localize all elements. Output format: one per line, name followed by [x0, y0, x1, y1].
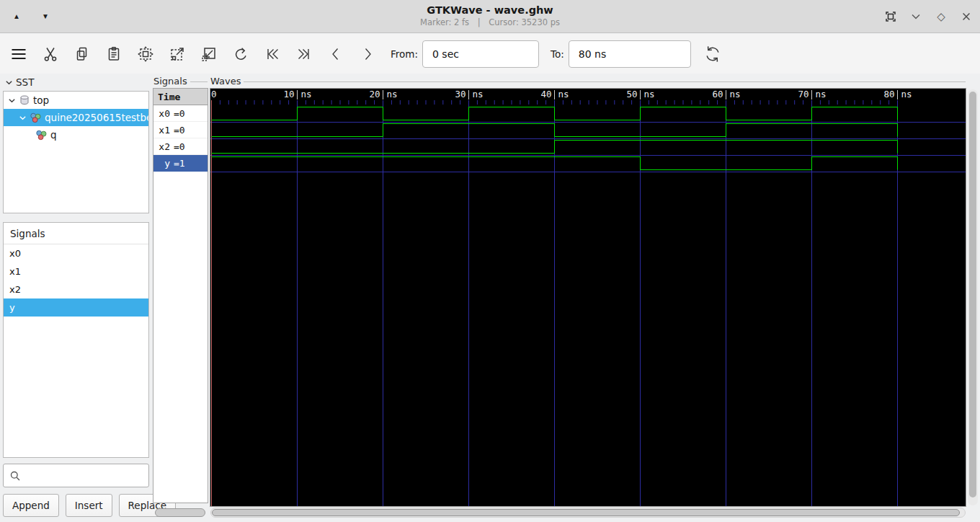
maximize-window-button[interactable]: ◇ — [932, 7, 950, 26]
from-time-input[interactable] — [422, 40, 539, 68]
svg-text:20: 20 — [369, 89, 380, 99]
fit-window-button[interactable] — [881, 7, 900, 26]
window-title: GTKWave - wave.ghw — [0, 4, 980, 16]
waveform-canvas[interactable]: 10ns20ns30ns40ns50ns60ns70ns80ns0 — [210, 88, 966, 507]
trace-name-x0[interactable]: x0 =0 — [153, 105, 208, 122]
design-root-icon — [19, 94, 30, 106]
zoom-out-arrow-icon — [169, 45, 186, 63]
tree-row-testbench[interactable]: quine20250615testbench — [4, 109, 148, 126]
append-button[interactable]: Append — [3, 494, 59, 517]
trace-name-x2[interactable]: x2 =0 — [153, 138, 208, 155]
skip-to-end-icon — [295, 45, 313, 63]
menu-button[interactable] — [7, 43, 30, 66]
signal-list-item-x1[interactable]: x1 — [4, 262, 148, 280]
sst-collapse-icon — [4, 78, 14, 87]
undo-button[interactable] — [229, 43, 252, 66]
zoom-out-full-button[interactable] — [166, 43, 189, 66]
svg-text:ns: ns — [387, 89, 398, 99]
waves-horizontal-scrollbar[interactable] — [210, 508, 966, 518]
signal-list-item-x0[interactable]: x0 — [4, 244, 148, 262]
cursor-status: Cursor: 35230 ps — [489, 17, 560, 27]
to-label: To: — [551, 48, 564, 60]
zoom-in-arrow-icon — [200, 45, 218, 63]
svg-text:0: 0 — [211, 89, 217, 99]
frame-line — [190, 81, 208, 82]
module-icon — [30, 112, 42, 124]
svg-text:10: 10 — [283, 89, 294, 99]
signals-frame-text: Signals — [153, 76, 187, 87]
chevron-down-icon — [909, 10, 922, 23]
fit-window-icon — [884, 10, 897, 23]
signal-list-item-y[interactable]: y — [4, 298, 148, 317]
signal-list-item-x2[interactable]: x2 — [4, 280, 148, 298]
signals-list-header: Signals — [4, 223, 148, 244]
signal-filter-box[interactable] — [3, 464, 149, 487]
tree-label: top — [33, 94, 49, 106]
trace-value-text: =0 — [174, 125, 185, 136]
svg-text:ns: ns — [901, 89, 912, 99]
svg-text:50: 50 — [626, 89, 637, 99]
step-left-button[interactable] — [324, 43, 347, 66]
search-icon — [9, 470, 21, 482]
action-buttons: Append Insert Replace — [3, 494, 149, 517]
zoom-fit-button[interactable] — [134, 43, 157, 66]
svg-text:40: 40 — [540, 89, 551, 99]
scrollbar-thumb[interactable] — [212, 509, 960, 516]
go-to-end-button[interactable] — [293, 43, 316, 66]
trace-name-x1[interactable]: x1 =0 — [153, 122, 208, 138]
zoom-fit-icon — [137, 45, 154, 63]
go-to-start-button[interactable] — [261, 43, 284, 66]
scrollbar-thumb[interactable] — [155, 508, 205, 517]
insert-button[interactable]: Insert — [66, 494, 112, 517]
copy-button[interactable] — [71, 43, 94, 66]
svg-text:ns: ns — [301, 89, 312, 99]
close-window-button[interactable] — [957, 7, 976, 26]
paste-button[interactable] — [102, 43, 125, 66]
window-subtitle: Marker: 2 fs | Cursor: 35230 ps — [0, 17, 980, 27]
time-column-header: Time — [153, 89, 208, 105]
trace-name-y[interactable]: y =1 — [153, 155, 208, 172]
titlebar: ▲ ▼ GTKWave - wave.ghw Marker: 2 fs | Cu… — [0, 0, 980, 33]
svg-text:ns: ns — [558, 89, 569, 99]
expander-icon[interactable] — [7, 96, 17, 105]
clipboard-paste-icon — [105, 45, 122, 63]
waves-frame-text: Waves — [210, 76, 241, 87]
gtkwave-window: ▲ ▼ GTKWave - wave.ghw Marker: 2 fs | Cu… — [0, 0, 980, 522]
zoom-in-selection-button[interactable] — [197, 43, 220, 66]
cut-button[interactable] — [39, 43, 62, 66]
svg-text:30: 30 — [455, 89, 466, 99]
tree-row-top[interactable]: top — [4, 92, 148, 109]
trace-value-text: =0 — [174, 141, 185, 152]
to-time-input[interactable] — [569, 40, 691, 68]
svg-text:70: 70 — [798, 89, 808, 99]
trace-name-text: x0 — [157, 108, 170, 119]
main-area: SST top quine20250615testbench — [0, 74, 980, 522]
waves-vertical-scrollbar[interactable] — [968, 89, 978, 505]
diamond-icon: ◇ — [937, 10, 945, 23]
window-controls: ◇ — [881, 7, 976, 26]
svg-text:ns: ns — [730, 89, 741, 99]
svg-text:ns: ns — [816, 89, 827, 99]
step-right-button[interactable] — [356, 43, 379, 66]
close-icon — [961, 11, 972, 22]
expander-icon[interactable] — [18, 113, 27, 123]
sst-header[interactable]: SST — [4, 75, 34, 89]
shade-window-button[interactable] — [906, 7, 925, 26]
trace-name-text: x1 — [157, 125, 170, 136]
signal-filter-input[interactable] — [25, 470, 148, 481]
trace-name-text: y — [157, 158, 170, 169]
status-separator: | — [478, 17, 481, 27]
svg-text:ns: ns — [644, 89, 655, 99]
sst-header-label: SST — [16, 76, 34, 88]
names-horizontal-scrollbar[interactable] — [153, 508, 207, 518]
tree-row-q[interactable]: q — [4, 126, 148, 143]
chevron-left-icon — [327, 45, 344, 63]
trace-name-text: x2 — [157, 141, 170, 152]
chevron-right-icon — [359, 45, 376, 63]
module-icon — [35, 129, 48, 141]
reload-button[interactable] — [701, 43, 724, 66]
marker-status: Marker: 2 fs — [420, 17, 469, 27]
scrollbar-thumb[interactable] — [969, 92, 976, 497]
tree-label: q — [50, 129, 57, 141]
tree-label: quine20250615testbench — [45, 112, 148, 123]
